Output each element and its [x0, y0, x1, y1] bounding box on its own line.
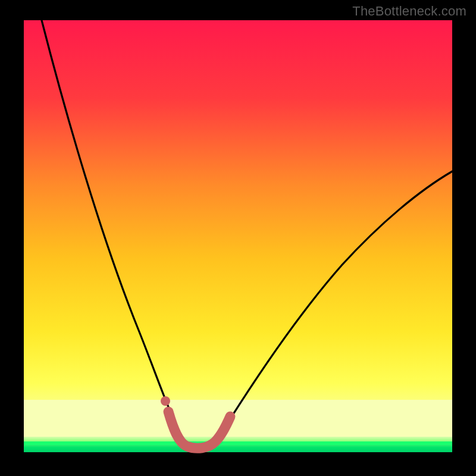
- chart-stage: TheBottleneck.com: [0, 0, 476, 476]
- marker-dot: [161, 396, 170, 406]
- chart-svg: [0, 0, 476, 476]
- green-bright-line: [24, 441, 452, 445]
- watermark-text: TheBottleneck.com: [352, 4, 466, 19]
- plot-gradient-bg: [24, 20, 452, 452]
